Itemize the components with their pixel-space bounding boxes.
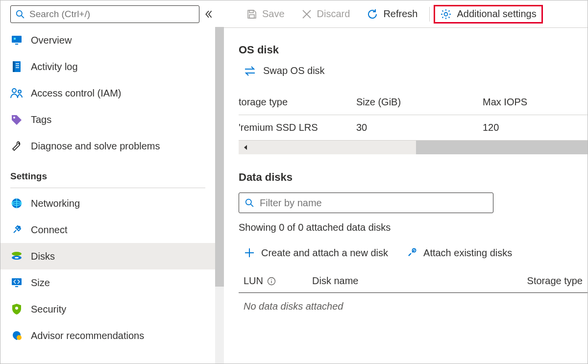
sidebar-item-disks[interactable]: Disks — [0, 243, 215, 269]
svg-point-28 — [444, 12, 448, 16]
gear-icon — [440, 8, 452, 20]
sidebar-search[interactable] — [10, 5, 199, 23]
search-icon — [16, 10, 24, 19]
sidebar-item-diagnose[interactable]: Diagnose and solve problems — [0, 133, 215, 159]
col-size: Size (GiB) — [356, 97, 483, 108]
sidebar-item-iam[interactable]: Access control (IAM) — [0, 80, 215, 106]
toolbar-separator — [429, 7, 430, 22]
save-button[interactable]: Save — [239, 5, 293, 23]
save-icon — [246, 9, 257, 20]
wrench-icon — [10, 140, 23, 152]
os-disk-heading: OS disk — [239, 44, 588, 56]
sidebar-item-size[interactable]: Size — [0, 269, 215, 296]
tag-icon — [10, 113, 23, 126]
sidebar: Overview Activity log Access control (IA… — [0, 0, 224, 364]
svg-line-1 — [22, 16, 24, 18]
scrollbar-thumb[interactable] — [416, 141, 588, 154]
divider — [10, 188, 205, 188]
globe-icon — [10, 197, 23, 210]
filter-input[interactable] — [259, 197, 487, 209]
svg-point-0 — [17, 11, 22, 16]
main-content: Save Discard Refresh Additional settings — [224, 0, 588, 364]
attach-existing-disks-button[interactable]: Attach existing disks — [406, 247, 512, 259]
sidebar-label: Disks — [31, 251, 55, 262]
sidebar-item-activity-log[interactable]: Activity log — [0, 53, 215, 80]
log-icon — [10, 60, 23, 73]
col-lun: LUN — [244, 275, 263, 287]
sidebar-search-input[interactable] — [28, 8, 194, 20]
empty-state-text: No data disks attached — [239, 293, 588, 320]
sidebar-label: Activity log — [31, 61, 78, 73]
sidebar-label: Size — [31, 277, 50, 289]
sidebar-label: Diagnose and solve problems — [31, 141, 160, 152]
svg-rect-4 — [15, 44, 18, 45]
sidebar-label: Access control (IAM) — [31, 88, 121, 99]
attach-icon — [406, 247, 417, 259]
svg-point-11 — [18, 90, 21, 93]
col-max-iops: Max IOPS — [483, 97, 588, 108]
plug-icon — [10, 223, 23, 236]
swap-icon — [244, 66, 256, 76]
toolbar-label: Discard — [317, 8, 350, 20]
scroll-left-button[interactable] — [239, 141, 252, 154]
svg-point-13 — [19, 143, 20, 144]
svg-point-19 — [15, 257, 19, 259]
svg-line-31 — [251, 204, 253, 207]
svg-rect-6 — [13, 61, 15, 72]
cell-size: 30 — [356, 122, 483, 133]
swap-label: Swap OS disk — [263, 65, 325, 76]
showing-count-text: Showing 0 of 0 attached data disks — [239, 222, 588, 233]
os-disk-row[interactable]: 'remium SSD LRS 30 120 — [239, 115, 588, 141]
scrollbar-track — [252, 141, 588, 154]
people-icon — [10, 87, 23, 99]
col-storage-type: torage type — [239, 97, 356, 108]
data-disk-table-header: LUN Disk name Storage type — [239, 269, 588, 293]
sidebar-item-connect[interactable]: Connect — [0, 217, 215, 243]
svg-rect-20 — [12, 278, 22, 285]
sidebar-item-advisor[interactable]: Advisor recommendations — [0, 322, 215, 349]
cell-iops: 120 — [483, 122, 588, 133]
svg-point-37 — [271, 279, 272, 280]
advisor-icon — [10, 329, 23, 342]
swap-os-disk-button[interactable]: Swap OS disk — [239, 65, 588, 76]
additional-settings-button[interactable]: Additional settings — [434, 5, 542, 24]
sidebar-label: Security — [31, 304, 66, 315]
svg-point-30 — [246, 199, 251, 205]
svg-point-22 — [15, 307, 18, 310]
svg-point-17 — [12, 252, 22, 256]
refresh-button[interactable]: Refresh — [359, 5, 425, 23]
monitor-icon — [10, 34, 23, 47]
horizontal-scrollbar[interactable] — [239, 141, 588, 154]
svg-rect-3 — [14, 38, 16, 40]
info-icon[interactable] — [267, 277, 276, 286]
toolbar-label: Refresh — [383, 8, 417, 20]
svg-point-12 — [13, 117, 15, 119]
filter-by-name[interactable] — [239, 193, 493, 213]
sidebar-label: Connect — [31, 224, 68, 236]
sidebar-item-security[interactable]: Security — [0, 296, 215, 322]
toolbar-label: Additional settings — [457, 8, 536, 20]
create-attach-disk-button[interactable]: Create and attach a new disk — [244, 247, 388, 259]
sidebar-scrollbar-thumb[interactable] — [215, 27, 224, 287]
disks-icon — [10, 250, 23, 263]
shield-icon — [10, 303, 23, 315]
sidebar-label: Networking — [31, 198, 80, 209]
search-icon — [245, 198, 254, 207]
svg-rect-2 — [12, 36, 22, 43]
toolbar-label: Save — [262, 8, 285, 20]
sidebar-label: Tags — [31, 114, 51, 125]
os-disk-table: torage type Size (GiB) Max IOPS 'remium … — [239, 89, 588, 154]
sidebar-item-overview[interactable]: Overview — [0, 27, 215, 53]
sidebar-section-settings: Settings — [0, 159, 215, 186]
close-icon — [301, 9, 312, 20]
sidebar-item-networking[interactable]: Networking — [0, 190, 215, 217]
sidebar-item-tags[interactable]: Tags — [0, 106, 215, 133]
col-storage-type: Storage type — [499, 275, 583, 287]
toolbar: Save Discard Refresh Additional settings — [224, 0, 588, 28]
discard-button[interactable]: Discard — [294, 5, 358, 23]
collapse-sidebar-button[interactable] — [204, 10, 217, 19]
svg-marker-29 — [244, 145, 247, 150]
action-label: Create and attach a new disk — [261, 247, 388, 259]
svg-point-10 — [12, 89, 16, 93]
data-disks-heading: Data disks — [239, 171, 588, 184]
